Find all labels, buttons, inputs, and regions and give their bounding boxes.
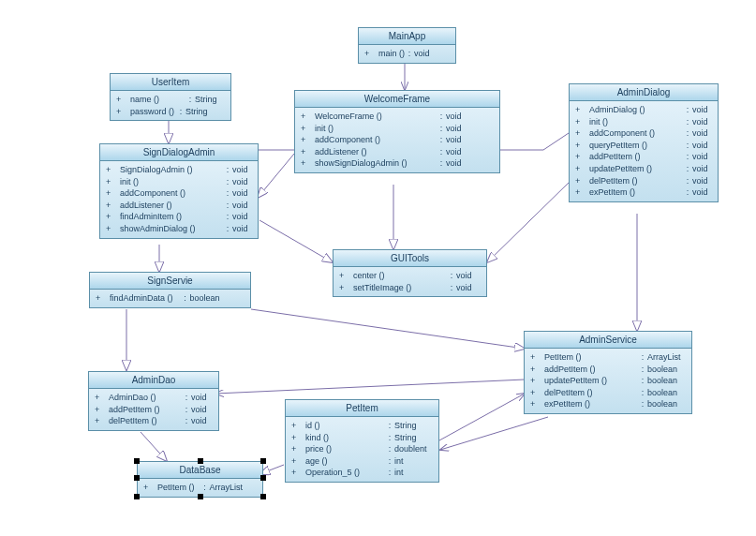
selection-handle[interactable]	[134, 458, 140, 464]
class-title: SignDialogAdmin	[100, 144, 258, 161]
selection-handle[interactable]	[134, 475, 140, 481]
selection-handle[interactable]	[260, 494, 266, 499]
class-title: AdminDao	[89, 372, 218, 389]
class-title: SignServie	[90, 273, 250, 290]
class-body: +id ():String +kind ():String +price ():…	[286, 417, 438, 482]
selection-handle[interactable]	[260, 475, 266, 481]
selection-handle[interactable]	[260, 458, 266, 464]
class-signservie[interactable]: SignServie +findAdminData ():boolean	[89, 272, 251, 308]
class-welcomeframe[interactable]: WelcomeFrame +WelcomeFrame ():void +init…	[294, 90, 500, 173]
class-title: DataBase	[138, 462, 262, 479]
class-body: +center ():void +setTitleImage ():void	[334, 267, 486, 296]
class-title: AdminDialog	[570, 84, 718, 101]
class-admindialog[interactable]: AdminDialog +AdminDialog ():void +init (…	[569, 83, 719, 202]
class-guitools[interactable]: GUITools +center ():void +setTitleImage …	[333, 249, 487, 297]
class-title: PetItem	[286, 400, 438, 417]
class-body: +SignDialogAdmin ():void +init ():void +…	[100, 161, 258, 238]
class-body: +findAdminData ():boolean	[90, 290, 250, 307]
class-body: +name ():String +password ():String	[111, 91, 230, 120]
selection-handle[interactable]	[198, 458, 203, 464]
class-body: +AdminDao ():void +addPetItem ():void +d…	[89, 389, 218, 430]
class-mainapp[interactable]: MainApp +main ():void	[358, 27, 456, 64]
class-adminservice[interactable]: AdminService +PetItem ():ArrayList +addP…	[524, 331, 692, 414]
class-body: +main ():void	[359, 45, 455, 63]
class-body: +AdminDialog ():void +init ():void +addC…	[570, 101, 718, 201]
selection-handle[interactable]	[198, 494, 203, 499]
class-title: MainApp	[359, 28, 455, 45]
selection-handle[interactable]	[134, 494, 140, 499]
class-useritem[interactable]: UserItem +name ():String +password ():St…	[110, 73, 231, 121]
class-petitem[interactable]: PetItem +id ():String +kind ():String +p…	[285, 399, 439, 483]
class-database[interactable]: DataBase +PetItem ():ArrayList	[137, 461, 263, 498]
class-title: AdminService	[525, 332, 691, 349]
class-admindao[interactable]: AdminDao +AdminDao ():void +addPetItem (…	[88, 371, 219, 431]
class-signdialogadmin[interactable]: SignDialogAdmin +SignDialogAdmin ():void…	[99, 143, 259, 239]
class-body: +PetItem ():ArrayList +addPetItem ():boo…	[525, 349, 691, 413]
class-body: +WelcomeFrame ():void +init ():void +add…	[295, 108, 499, 172]
class-title: GUITools	[334, 250, 486, 267]
class-title: WelcomeFrame	[295, 91, 499, 108]
class-title: UserItem	[111, 74, 230, 91]
